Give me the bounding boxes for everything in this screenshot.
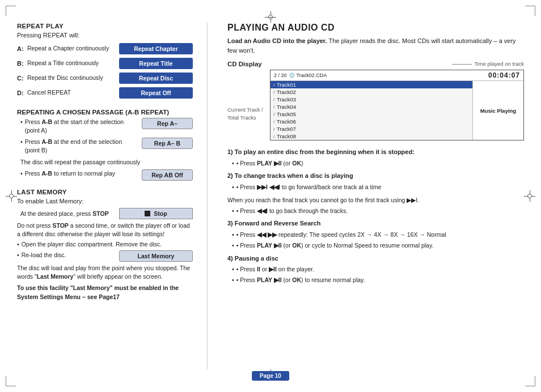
rep-ab-off-button[interactable]: Rep AB Off — [142, 169, 193, 181]
repeat-title-button[interactable]: Repeat Title — [119, 58, 193, 69]
instr-3: 3) Forward and Reverse Search • Press ◀◀… — [227, 219, 524, 250]
current-track-label: Current Track / — [227, 106, 270, 113]
repeat-play-subtitle: Pressing REPEAT will: — [17, 32, 193, 39]
time-label-line — [452, 64, 472, 65]
load-desc-bold: Load an Audio CD into the player. — [227, 37, 327, 44]
column-divider — [207, 23, 208, 369]
ab-bullet-3: Press A-B to return to normal play — [17, 169, 137, 178]
cd-track-track02[interactable]: ♪Track02 — [270, 88, 472, 96]
repeat-chapter-button[interactable]: Repeat Chapter — [119, 43, 193, 54]
last-memory-title: LAST MEMORY — [17, 189, 193, 195]
instr-4-bullet-1: • Press II or ▶II on the player. — [227, 265, 524, 274]
track-name: Track06 — [277, 118, 296, 125]
ab-middle-text: The disc will repeat the passage continu… — [17, 158, 193, 167]
crosshair-right — [524, 190, 535, 202]
cd-track-track07[interactable]: ♪Track07 — [270, 125, 472, 133]
cd-screen-header: 2 / 20 💿 Track02.CDA 00:04:07 — [270, 70, 523, 81]
rep-a-button[interactable]: Rep A– — [142, 118, 193, 129]
cd-display: Current Track / Total Tracks Time played… — [227, 70, 524, 140]
track-name: Track07 — [277, 126, 296, 132]
track-name: Track05 — [277, 111, 296, 117]
lm-final-note-2: To use this facility "Last Memory" must … — [17, 284, 193, 302]
instr-2-heading: 2) To change tracks when a disc is playi… — [227, 172, 353, 179]
cd-track-track08[interactable]: ♪Track08 — [270, 133, 472, 140]
bullet-marker-4a: • — [236, 265, 240, 274]
bullet-marker-3a: • — [236, 230, 240, 240]
stop-button[interactable]: Stop — [119, 208, 193, 219]
bullet-marker-2b: • — [236, 206, 240, 216]
track-name: Track03 — [277, 96, 296, 103]
stop-icon — [145, 211, 150, 216]
instr-2-bullet-text: Press ▶▶I ◀◀I to go forward/back one tra… — [240, 182, 381, 192]
note-icon: ♪ — [273, 119, 275, 124]
lm-bullet-2-text: Re-load the disc. — [22, 251, 66, 259]
track-name: Track01 — [277, 82, 296, 88]
corner-mark-br — [525, 376, 535, 386]
total-tracks-label: Total Tracks — [227, 114, 270, 121]
instr-2b-text: When you reach the final track you canno… — [227, 197, 419, 203]
note-icon: ♪ — [273, 97, 275, 102]
instr-3-bullet-2-text: Press PLAY ▶II (or OK) or cycle to Norma… — [240, 241, 433, 250]
note-icon: ♪ — [273, 104, 275, 109]
cd-track-count: 2 / 20 💿 Track02.CDA — [274, 73, 327, 78]
note-icon: ♪ — [273, 82, 275, 87]
repeat-rows: A: Repeat a Chapter continuously Repeat … — [17, 42, 193, 101]
repeat-off-button[interactable]: Repeat Off — [119, 87, 193, 99]
crosshair-top — [265, 11, 276, 23]
instr-3-bullet-2: • Press PLAY ▶II (or OK) or cycle to Nor… — [227, 241, 524, 250]
left-column: REPEAT PLAY Pressing REPEAT will: A: Rep… — [17, 23, 193, 369]
bullet-marker-4b: • — [236, 275, 240, 285]
cd-track-track05[interactable]: ♪Track05 — [270, 110, 472, 118]
instr-1-heading: 1) To play an entire disc from the begin… — [227, 148, 415, 155]
instr-3-bullet-1-text: Press ◀◀ ▶▶ repeatedly: The speed cycles… — [240, 230, 446, 240]
repeat-letter-c: C: — [17, 75, 27, 82]
stop-instruction: At the desired place, press STOP — [17, 210, 119, 217]
instr-4-bullet-1-text: Press II or ▶II on the player. — [240, 265, 314, 274]
note-icon: ♪ — [273, 112, 275, 117]
bullet-marker-2: • — [236, 182, 240, 192]
bullet-marker: • — [236, 159, 240, 168]
last-memory-section: LAST MEMORY To enable Last Memory: At th… — [17, 189, 193, 301]
cd-track-track03[interactable]: ♪Track03 — [270, 96, 472, 103]
cd-track-track04[interactable]: ♪Track04 — [270, 103, 472, 110]
ab-repeat-title: REPEATING A CHOSEN PASSAGE (A-B Repeat) — [17, 109, 193, 116]
repeat-letter-d: D: — [17, 90, 27, 96]
ab-bullet-2: Press A-B at the end of the selection (p… — [17, 138, 137, 154]
page-number: Page 10 — [252, 371, 289, 381]
rep-ab-button[interactable]: Rep A– B — [142, 138, 193, 149]
track-fraction: 2 / 20 — [274, 73, 287, 78]
instr-1: 1) To play an entire disc from the begin… — [227, 147, 524, 168]
cd-music-playing-box: Music Playing — [472, 81, 523, 140]
time-label-text: Time played on track — [474, 61, 524, 67]
cd-track-track01[interactable]: ♪Track01 — [270, 81, 472, 88]
note-icon: ♪ — [273, 126, 275, 131]
stop-label: Stop — [154, 210, 167, 217]
cd-left-labels: Current Track / Total Tracks — [227, 70, 270, 140]
instr-4-bullet-2: • Press PLAY ▶II (or OK) to resume norma… — [227, 275, 524, 285]
last-memory-button[interactable]: Last Memory — [119, 250, 193, 262]
bullet-marker-3b: • — [236, 241, 240, 250]
instr-2b-bullet: • Press ◀◀I to go back through the track… — [227, 206, 524, 216]
corner-mark-tl — [6, 6, 16, 16]
repeat-disc-button[interactable]: Repeat Disc — [119, 73, 193, 84]
instr-2-bullet: • Press ▶▶I ◀◀I to go forward/back one t… — [227, 182, 524, 192]
instr-1-bullet-text: Press PLAY ▶II (or OK) — [240, 159, 303, 168]
repeat-play-section: REPEAT PLAY Pressing REPEAT will: A: Rep… — [17, 23, 193, 101]
note-icon: ♪ — [273, 134, 275, 139]
playing-title: PLAYING AN AUDIO CD — [227, 23, 524, 33]
repeat-desc-c: Repeat thr Disc continuously — [27, 74, 115, 82]
repeat-desc-d: Cancel REPEAT — [27, 89, 115, 97]
repeat-desc-a: Repeat a Chapter continuously — [27, 45, 115, 53]
stop-warning: Do not press STOP a second time, or swit… — [17, 221, 193, 238]
cd-screen: 2 / 20 💿 Track02.CDA 00:04:07 ♪Track01♪T… — [270, 70, 524, 140]
ab-repeat-section: REPEATING A CHOSEN PASSAGE (A-B Repeat) … — [17, 109, 193, 181]
cd-time-display: 00:04:07 — [488, 71, 520, 79]
instr-2b: When you reach the final track you canno… — [227, 195, 524, 216]
repeat-letter-a: A: — [17, 45, 27, 52]
cd-track-track06[interactable]: ♪Track06 — [270, 118, 472, 125]
crosshair-left — [6, 190, 17, 202]
instr-3-bullet-1: • Press ◀◀ ▶▶ repeatedly: The speed cycl… — [227, 230, 524, 240]
instr-2b-bullet-text: Press ◀◀I to go back through the tracks. — [240, 206, 348, 216]
lm-bullet-1-text: Open the player disc compartment. Remove… — [22, 240, 162, 249]
track-name: Track02 — [277, 89, 296, 95]
